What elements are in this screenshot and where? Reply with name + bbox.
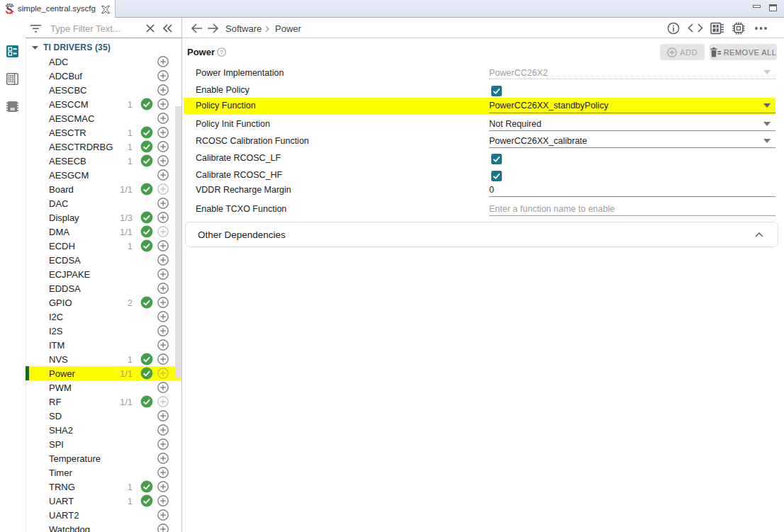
svg-text:?: ? bbox=[220, 49, 223, 56]
svg-text:S: S bbox=[6, 3, 12, 15]
